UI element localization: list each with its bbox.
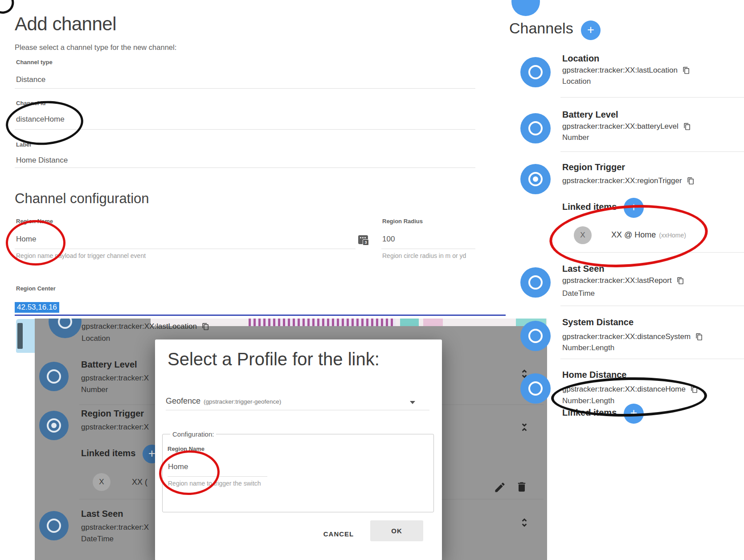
channel-uid-battery: gpstracker:tracker:XX:batteryLevel — [562, 122, 691, 131]
channel-icon-home-distance[interactable] — [520, 373, 551, 404]
ok-button[interactable]: OK — [370, 520, 423, 541]
channel-title-last-seen-dimmed: Last Seen — [81, 509, 123, 519]
channel-uid-last-seen-dimmed: gpstracker:tracker:X — [81, 523, 149, 532]
channel-icon-system-distance[interactable] — [520, 321, 551, 351]
region-center-focus-underline — [15, 315, 506, 316]
keyboard-input-icon[interactable]: 3 — [358, 235, 368, 244]
label-field-underline — [15, 168, 475, 168]
dialog-title: Select a Profile for the link: — [168, 349, 380, 369]
channels-panel-heading: Channels — [509, 20, 573, 37]
copy-icon[interactable] — [687, 177, 695, 185]
region-name-input[interactable]: Home — [16, 235, 36, 244]
linked-item-name: XX @ Home — [611, 230, 656, 239]
channel-type-input[interactable]: Distance — [16, 75, 45, 84]
delete-trash-icon[interactable] — [515, 481, 528, 493]
channel-icon-location[interactable] — [520, 57, 551, 87]
map-preview-sliver — [16, 319, 35, 353]
dialog-region-name-label: Region Name — [168, 446, 204, 452]
channel-type-home-distance: Number:Length — [562, 396, 614, 405]
channel-title-last-seen: Last Seen — [562, 264, 604, 274]
channel-uid-home-distance: gpstracker:tracker:XX:distanceHome — [562, 385, 698, 394]
profile-select-detail: (gpstracker:trigger-geofence) — [204, 398, 281, 405]
copy-icon[interactable] — [695, 333, 703, 341]
linked-items-heading: Linked items — [562, 202, 617, 212]
channel-type-location: Location — [562, 77, 591, 86]
channel-type-battery-dimmed: Number — [81, 385, 108, 394]
channel-icon-battery-dimmed[interactable] — [39, 362, 69, 391]
channel-icon-region-trigger[interactable] — [520, 164, 551, 194]
channel-title-region-trigger: Region Trigger — [562, 162, 625, 172]
channel-uid-battery-dimmed: gpstracker:tracker:X — [81, 374, 149, 383]
channel-type-last-seen: DateTime — [562, 289, 595, 298]
add-linked-item-button[interactable] — [624, 198, 644, 218]
divider — [560, 151, 744, 152]
chevron-down-icon[interactable] — [410, 401, 415, 404]
channel-icon-region-trigger-dimmed[interactable] — [39, 411, 69, 440]
channel-icon-last-seen-dimmed[interactable] — [39, 511, 69, 540]
profile-dialog: Select a Profile for the link: Geofence(… — [155, 339, 442, 560]
cancel-button[interactable]: CANCEL — [316, 526, 361, 542]
channel-uid-system-distance: gpstracker:tracker:XX:distanceSystem — [562, 332, 703, 341]
label-field-input[interactable]: Home Distance — [16, 156, 68, 165]
channel-title-battery-dimmed: Battery Level — [81, 360, 137, 370]
divider — [560, 359, 744, 359]
linked-item-name-dimmed[interactable]: XX ( — [132, 478, 147, 487]
label-field-label: Label — [16, 141, 31, 148]
copy-icon[interactable] — [683, 66, 690, 74]
linked-item-row[interactable]: XX @ Home(xxHome) — [611, 230, 686, 240]
channel-uid-last-seen: gpstracker:tracker:XX:lastReport — [562, 276, 684, 285]
region-name-label: Region Name — [16, 218, 53, 225]
screenshot-root: Add channel Please select a channel type… — [0, 0, 744, 560]
dialog-region-name-hint: Region name to trigger the switch — [168, 480, 261, 487]
channel-type-location-dimmed: Location — [82, 334, 110, 343]
profile-select-value: Geofence — [166, 396, 200, 405]
channel-title-region-trigger-dimmed: Region Trigger — [81, 409, 144, 419]
add-linked-item-button-home[interactable] — [624, 404, 644, 424]
form-intro-text: Please select a channel type for the new… — [15, 43, 176, 52]
channel-icon-battery[interactable] — [520, 113, 551, 143]
linked-items-heading-dimmed: Linked items — [81, 448, 135, 458]
channel-type-last-seen-dimmed: DateTime — [81, 535, 114, 544]
region-center-label: Region Center — [16, 285, 56, 292]
channel-title-home-distance: Home Distance — [562, 370, 627, 380]
linked-item-id: (xxHome) — [659, 232, 686, 239]
copy-icon[interactable] — [691, 385, 698, 393]
add-channel-button[interactable] — [581, 20, 601, 40]
linked-item-avatar: X — [574, 226, 592, 244]
channel-id-underline — [15, 129, 475, 130]
smear-teal — [400, 319, 419, 326]
profile-select-underline — [166, 410, 429, 410]
channel-uid-location-dimmed: gpstracker:tracker:XX:lastLocation — [82, 322, 209, 331]
unfold-more-icon[interactable] — [519, 516, 530, 529]
channel-type-label: Channel type — [16, 59, 53, 65]
map-control-sliver — [17, 323, 23, 349]
region-center-input[interactable]: 42.53,16.16 — [15, 302, 59, 313]
channel-uid-region-trigger: gpstracker:tracker:XX:regionTrigger — [562, 176, 695, 185]
partial-fab-button[interactable] — [511, 0, 540, 16]
channel-icon-location-dimmed[interactable] — [49, 319, 82, 338]
profile-select[interactable]: Geofence(gpstracker:trigger-geofence) — [166, 396, 429, 406]
region-radius-underline — [381, 249, 475, 249]
region-radius-hint: Region circle radius in m or yd — [382, 252, 466, 259]
divider — [560, 97, 744, 98]
region-name-hint: Region name payload for trigger channel … — [16, 252, 146, 259]
copy-icon[interactable] — [683, 123, 691, 131]
channel-uid-location: gpstracker:tracker:XX:lastLocation — [562, 66, 690, 75]
region-radius-input[interactable]: 100 — [382, 235, 395, 244]
unfold-less-icon[interactable] — [519, 421, 530, 433]
channel-title-system-distance: System Distance — [562, 317, 634, 327]
page-title: Add channel — [15, 13, 116, 35]
dialog-region-name-input[interactable]: Home — [168, 462, 188, 471]
configuration-legend: Configuration: — [170, 430, 216, 438]
edit-pencil-icon[interactable] — [494, 481, 506, 494]
channel-icon-last-seen[interactable] — [520, 267, 551, 298]
region-name-underline — [15, 249, 356, 249]
linked-items-heading-home: Linked items — [562, 408, 617, 418]
channel-type-system-distance: Number:Length — [562, 343, 614, 352]
divider — [560, 306, 744, 306]
copy-icon[interactable] — [677, 277, 684, 285]
divider — [560, 252, 744, 253]
channel-id-label: Channel Id — [16, 100, 45, 106]
copy-icon[interactable] — [202, 323, 209, 331]
channel-id-input[interactable]: distanceHome — [16, 115, 65, 124]
